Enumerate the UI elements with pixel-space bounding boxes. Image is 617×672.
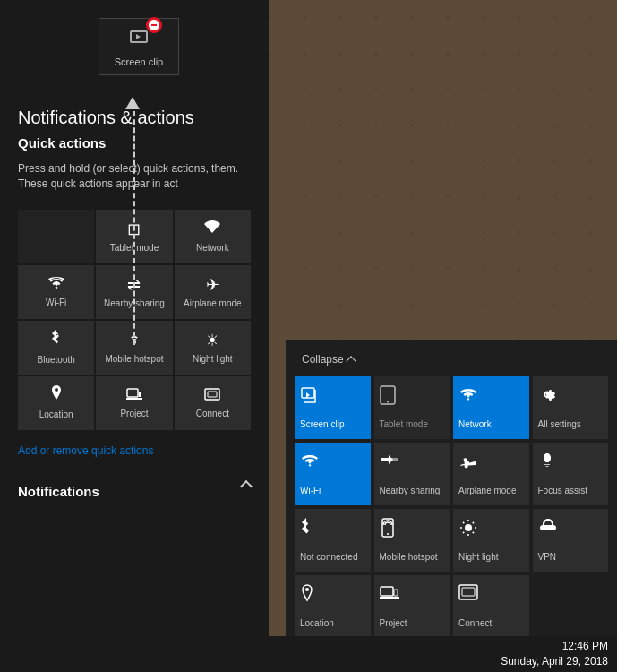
taskbar-clock[interactable]: 12:46 PM Sunday, April 29, 2018 xyxy=(501,639,608,669)
svg-rect-15 xyxy=(380,597,399,599)
ac-tile-network-label: Network xyxy=(458,419,492,430)
qa-tile-bluetooth[interactable]: Bluetooth xyxy=(18,321,94,375)
collapse-chevron xyxy=(346,356,356,366)
location-icon xyxy=(50,385,63,406)
ac-connect-icon xyxy=(458,584,478,605)
qa-tile-network-label: Network xyxy=(196,243,229,254)
ac-tile-tablet-mode[interactable]: Tablet mode xyxy=(374,376,450,439)
qa-tile-night-light[interactable]: ☀ Night light xyxy=(175,321,251,375)
notifications-chevron-up[interactable] xyxy=(242,478,251,495)
svg-rect-4 xyxy=(205,389,219,400)
ac-tile-screen-clip-label: Screen clip xyxy=(300,419,344,430)
ac-tile-all-settings-label: All settings xyxy=(538,419,581,430)
action-center: Collapse Screen clip Tablet mode Network xyxy=(286,340,617,647)
qa-tile-connect[interactable]: Connect xyxy=(175,376,251,430)
action-center-grid: Screen clip Tablet mode Network All sett… xyxy=(295,376,608,638)
ac-tile-location[interactable]: Location xyxy=(295,575,371,638)
ac-tile-project[interactable]: Project xyxy=(374,575,450,638)
qa-tile-night-light-label: Night light xyxy=(193,354,232,365)
qa-tile-wifi[interactable]: Wi-Fi xyxy=(18,265,94,319)
ac-tile-connect[interactable]: Connect xyxy=(453,575,529,638)
ac-tile-wifi[interactable]: Wi-Fi xyxy=(295,443,371,505)
ac-tile-all-settings[interactable]: All settings xyxy=(533,376,609,439)
ac-tile-not-connected-label: Not connected xyxy=(300,552,358,563)
ac-tile-focus-assist-label: Focus assist xyxy=(538,486,588,496)
ac-tile-night-light[interactable]: Night light xyxy=(453,509,529,572)
svg-rect-1 xyxy=(127,389,138,397)
screen-clip-tooltip-label: Screen clip xyxy=(115,56,163,67)
ac-tile-screen-clip[interactable]: Screen clip xyxy=(295,376,371,439)
ac-tablet-mode-icon xyxy=(380,385,396,409)
svg-rect-17 xyxy=(462,588,475,596)
ac-tile-nearby-sharing[interactable]: Nearby sharing xyxy=(374,443,450,505)
screen-clip-tooltip: Screen clip xyxy=(99,18,179,75)
ac-all-settings-icon xyxy=(538,385,556,408)
ac-mobile-hotspot-icon xyxy=(380,518,396,542)
qa-tile-empty[interactable] xyxy=(18,210,94,263)
qa-tile-airplane-mode[interactable]: ✈ Airplane mode xyxy=(175,265,251,319)
ac-tile-airplane-mode-label: Airplane mode xyxy=(458,486,516,496)
svg-rect-2 xyxy=(139,392,141,397)
svg-rect-14 xyxy=(394,590,398,596)
screen-clip-tooltip-icon xyxy=(128,30,150,52)
ac-night-light-icon xyxy=(458,518,478,542)
svg-rect-13 xyxy=(381,587,393,596)
ac-tile-project-label: Project xyxy=(380,618,407,629)
dashed-arrow xyxy=(133,103,135,345)
svg-rect-3 xyxy=(126,398,142,400)
ac-tile-mobile-hotspot[interactable]: Mobile hotspot xyxy=(374,509,450,572)
wifi-icon xyxy=(48,275,64,294)
taskbar: 12:46 PM Sunday, April 29, 2018 xyxy=(269,636,617,672)
ac-tile-night-light-label: Night light xyxy=(458,552,498,563)
svg-point-8 xyxy=(387,401,389,403)
qa-tile-connect-label: Connect xyxy=(196,409,229,419)
ac-tile-location-label: Location xyxy=(300,618,334,629)
ac-tile-airplane-mode[interactable]: Airplane mode xyxy=(453,443,529,505)
ac-tile-not-connected[interactable]: Not connected xyxy=(295,509,371,572)
qa-tile-bluetooth-label: Bluetooth xyxy=(38,355,75,366)
ac-screen-clip-icon xyxy=(300,385,320,409)
svg-point-12 xyxy=(305,588,309,591)
collapse-label: Collapse xyxy=(302,353,344,366)
ac-vpn-icon xyxy=(538,518,558,538)
svg-rect-5 xyxy=(208,392,217,397)
qa-tile-wifi-label: Wi-Fi xyxy=(46,297,66,308)
qa-tile-mobile-hotspot-label: Mobile hotspot xyxy=(105,354,163,365)
qa-tile-location[interactable]: Location xyxy=(18,376,94,430)
ac-tile-wifi-label: Wi-Fi xyxy=(300,486,321,496)
qa-tile-location-label: Location xyxy=(39,409,73,420)
ac-tile-mobile-hotspot-label: Mobile hotspot xyxy=(380,552,438,563)
no-entry-badge xyxy=(146,17,162,33)
connect-icon xyxy=(204,386,220,405)
ac-tile-network[interactable]: Network xyxy=(453,376,529,439)
airplane-mode-icon: ✈ xyxy=(206,275,219,295)
ac-tile-focus-assist[interactable]: Focus assist xyxy=(533,443,609,505)
collapse-button[interactable]: Collapse xyxy=(295,349,608,369)
qa-tile-network[interactable]: Network xyxy=(175,210,251,263)
notifications-header: Notifications xyxy=(18,484,99,499)
ac-airplane-mode-icon xyxy=(458,452,478,476)
ac-nearby-sharing-icon xyxy=(380,452,399,472)
qa-tile-project-label: Project xyxy=(120,409,148,419)
ac-tile-vpn-label: VPN xyxy=(538,552,557,563)
bluetooth-icon xyxy=(50,329,63,351)
add-remove-quick-actions[interactable]: Add or remove quick actions xyxy=(18,444,251,457)
ac-project-icon xyxy=(380,584,399,605)
ac-location-icon xyxy=(300,584,314,608)
project-icon xyxy=(126,386,142,405)
arrow-head xyxy=(125,97,140,109)
qa-tile-airplane-label: Airplane mode xyxy=(184,298,241,309)
ac-tile-vpn[interactable]: VPN xyxy=(533,509,609,572)
svg-point-10 xyxy=(387,533,389,535)
svg-point-11 xyxy=(465,524,472,531)
ac-bluetooth-icon xyxy=(300,518,313,542)
qa-tile-project[interactable]: Project xyxy=(96,376,172,430)
ac-network-icon xyxy=(458,385,478,406)
ac-focus-assist-icon xyxy=(538,452,556,474)
taskbar-time-display: 12:46 PM xyxy=(501,639,608,654)
ac-wifi-icon xyxy=(300,452,320,472)
ac-tile-tablet-mode-label: Tablet mode xyxy=(380,419,428,430)
taskbar-date-display: Sunday, April 29, 2018 xyxy=(501,654,608,669)
ac-tile-nearby-sharing-label: Nearby sharing xyxy=(380,486,441,496)
ac-tile-connect-label: Connect xyxy=(458,618,492,629)
